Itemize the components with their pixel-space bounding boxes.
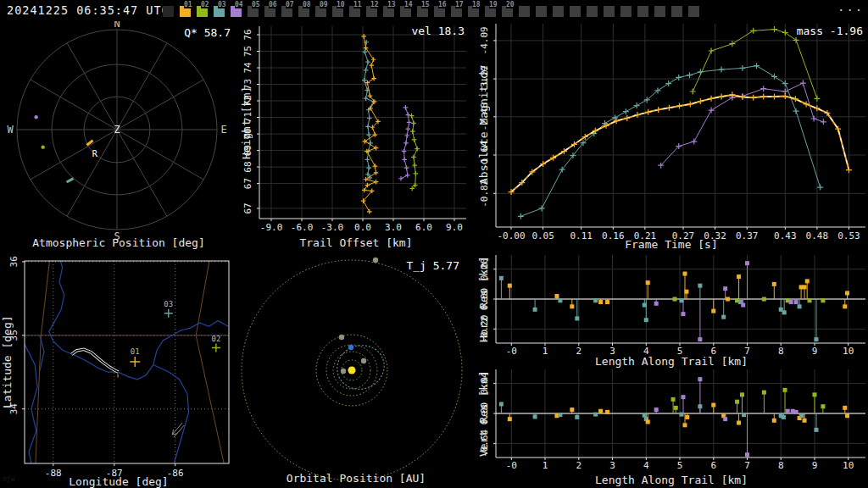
track-chip-label: 11	[353, 1, 362, 8]
track-chip-08[interactable]: 08	[298, 6, 309, 17]
svg-text:1: 1	[542, 460, 548, 471]
track-chip-label: 08	[303, 1, 311, 8]
svg-text:4: 4	[643, 460, 649, 471]
track-chip-unlabeled[interactable]	[519, 6, 530, 17]
atmospheric-position-plot: NSEWZR	[0, 21, 237, 252]
velocity-value: vel 18.3	[411, 25, 465, 37]
track-chip-02[interactable]: 02	[197, 6, 208, 17]
svg-text:Z: Z	[114, 124, 120, 136]
watermark: njw	[3, 475, 14, 483]
track-chip-label: 20	[506, 1, 515, 8]
track-chip-03[interactable]: 03	[214, 6, 225, 17]
svg-text:8: 8	[778, 460, 784, 471]
height-axis-label: Height [km]	[240, 26, 253, 219]
svg-text:3: 3	[609, 460, 615, 471]
panel-orbital-position: T_j 5.77 Orbital Position [AU]	[237, 252, 475, 488]
svg-text:W: W	[7, 124, 14, 136]
orbital-position-plot	[237, 252, 475, 488]
svg-text:2: 2	[576, 460, 581, 471]
track-chip-unlabeled[interactable]	[604, 6, 615, 17]
panel-vert-residuals: -0123456789100.640.00-0.64 Vert Res [km]…	[475, 369, 868, 488]
track-chip-16[interactable]: 16	[434, 6, 445, 17]
track-chip-18[interactable]: 18	[468, 6, 479, 17]
planet-mars	[339, 335, 344, 340]
map-marker-01	[130, 357, 140, 367]
planet-jupiter	[373, 258, 378, 263]
svg-text:0.0: 0.0	[354, 222, 371, 233]
svg-text:02: 02	[211, 335, 220, 343]
track-chip-unlabeled[interactable]	[637, 6, 648, 17]
header-bar: 20241225 06:35:47 UTC 010203040506070809…	[0, 0, 868, 21]
track-chip-label: 09	[320, 1, 328, 8]
panel-atmospheric-position: NSEWZR Q* 58.7 Atmospheric Position [deg…	[0, 21, 237, 252]
track-chip-label: 16	[438, 1, 447, 8]
track-chip-unlabeled[interactable]	[587, 6, 598, 17]
track-chip-09[interactable]: 09	[315, 6, 326, 17]
svg-text:6.0: 6.0	[415, 222, 432, 233]
track-chip-20[interactable]: 20	[502, 6, 513, 17]
panel-horz-residuals: -0123456789100.200.00-0.20 Horz Res [km]…	[475, 252, 868, 369]
track-chip-19[interactable]: 19	[485, 6, 496, 17]
track-chip-14[interactable]: 14	[400, 6, 411, 17]
mass-value: mass -1.96	[797, 25, 863, 37]
svg-text:R: R	[92, 149, 98, 158]
svg-text:9: 9	[812, 460, 818, 471]
svg-text:-9.0: -9.0	[260, 222, 283, 233]
sun	[348, 367, 356, 374]
track-chip-label: 12	[370, 1, 379, 8]
track-chip-unlabeled[interactable]	[654, 6, 665, 17]
track-chip-label: 18	[472, 1, 481, 8]
track-chip-06[interactable]: 06	[264, 6, 275, 17]
track-chip-label: 02	[201, 1, 209, 8]
track-chip-unlabeled[interactable]	[620, 6, 632, 17]
svg-text:9.0: 9.0	[446, 222, 463, 233]
map-features	[25, 261, 229, 463]
meteoroid-orbit	[331, 339, 390, 396]
trail-offset-axis-label: Trail Offset [km]	[237, 236, 475, 249]
track-chip-unlabeled[interactable]	[671, 6, 682, 17]
track-chip-label: 10	[337, 1, 345, 8]
track-chip-13[interactable]: 13	[383, 6, 394, 17]
track-chip-07[interactable]: 07	[281, 6, 292, 17]
track-chip-11[interactable]: 11	[349, 6, 360, 17]
map-marker-03	[164, 309, 173, 318]
horz-length-axis-label: Length Along Trail [km]	[475, 355, 868, 368]
svg-text:3.0: 3.0	[385, 222, 402, 233]
magnitude-axis-label: Absolute Magnitude	[477, 24, 490, 227]
ground-map-plot: 010203-88-87-86363534	[0, 252, 237, 488]
horz-residuals-plot: -0123456789100.200.00-0.20	[475, 252, 868, 369]
track-selector: 0102030405060708091011121314151617181920	[0, 0, 868, 21]
track-chip-05[interactable]: 05	[248, 6, 259, 17]
vert-res-axis-label: Vert Res [km]	[477, 369, 490, 458]
track-chip-unlabeled[interactable]	[536, 6, 547, 17]
frame-time-axis-label: Frame Time [s]	[475, 238, 868, 251]
overflow-ellipsis[interactable]: ...	[837, 0, 864, 14]
planet-earth	[348, 345, 353, 350]
planet-mercury	[341, 369, 346, 374]
track-chip-label: 06	[269, 1, 277, 8]
track-chip-15[interactable]: 15	[417, 6, 428, 17]
track-chip-01[interactable]: 01	[180, 6, 191, 17]
track-chip-unlabeled[interactable]	[553, 6, 564, 17]
track-chip-label: 04	[235, 1, 243, 8]
track-chip-04[interactable]: 04	[231, 6, 242, 17]
svg-text:N: N	[114, 21, 120, 30]
track-chip-label: 14	[404, 1, 413, 8]
horz-res-axis-label: Horz Res [km]	[477, 255, 490, 343]
track-chip-17[interactable]: 17	[451, 6, 462, 17]
track-chip-label: 03	[218, 1, 226, 8]
tisserand-value: T_j 5.77	[406, 259, 459, 272]
track-chip-12[interactable]: 12	[366, 6, 377, 17]
atmospheric-position-title: Atmospheric Position [deg]	[0, 236, 237, 249]
light-curve-plot: -0.000.050.110.160.210.270.320.370.430.4…	[475, 21, 868, 252]
svg-text:-0: -0	[506, 460, 517, 471]
svg-text:03: 03	[164, 300, 173, 308]
track-chip-empty[interactable]	[163, 6, 174, 17]
track-chip-label: 15	[421, 1, 430, 8]
track-chip-unlabeled[interactable]	[570, 6, 581, 17]
track-chip-unlabeled[interactable]	[688, 6, 699, 17]
track-chip-10[interactable]: 10	[332, 6, 343, 17]
svg-text:5: 5	[677, 460, 683, 471]
panel-ground-map: 010203-88-87-86363534 Latitude [deg] Lon…	[0, 252, 237, 488]
svg-text:-6.0: -6.0	[291, 222, 314, 233]
